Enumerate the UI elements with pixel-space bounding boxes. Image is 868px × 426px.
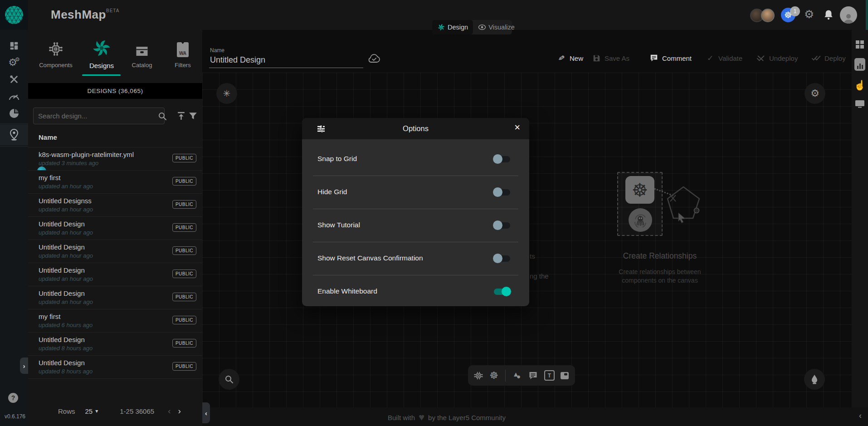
option-hide-grid: Hide Grid [302,176,529,209]
design-row[interactable]: my first updated an hour ago PUBLIC [28,170,202,193]
hide-grid-toggle[interactable] [494,189,510,196]
mode-visualize-button[interactable]: Visualize [473,20,520,34]
nav-dashboard-button[interactable] [0,37,28,54]
design-row[interactable]: Untitled Design updated 8 hours ago PUBL… [28,355,202,379]
rows-per-page-select[interactable]: 25 [85,407,93,415]
search-input[interactable] [33,108,165,124]
lamp-icon [810,374,819,384]
hand-pointer-icon: ☝ [854,80,866,90]
bar-chart-icon [854,58,865,71]
visibility-badge: PUBLIC [172,200,196,209]
design-row[interactable]: my first updated 6 hours ago PUBLIC [28,309,202,332]
deploy-button[interactable]: Deploy [812,54,846,63]
canvas-snowflake-button[interactable]: ✳ [216,83,237,104]
panel-collapse-handle[interactable]: ‹ [202,402,210,423]
rail-expand-handle[interactable]: › [20,357,28,374]
design-row[interactable]: Untitled Designss updated an hour ago PU… [28,193,202,216]
display-button[interactable] [855,100,865,108]
nav-performance-button[interactable] [0,88,28,105]
header-edge-accent [866,0,868,30]
search-icon [158,112,167,121]
import-design-button[interactable] [176,111,186,121]
profile-button[interactable] [840,6,857,24]
validate-button[interactable]: ✓ Validate [706,54,742,63]
avatar [37,166,46,170]
help-button[interactable]: ? [8,393,18,403]
comment-tool-button[interactable] [528,371,537,380]
undeploy-button[interactable]: Undeploy [756,54,798,63]
visibility-badge: PUBLIC [172,293,196,301]
meshery-spiral-icon [437,23,445,31]
zoom-button[interactable] [219,369,239,390]
shapes-button[interactable]: ▲ ● [512,370,522,381]
show-tutorial-toggle[interactable] [494,222,510,229]
layer5-logo[interactable] [0,0,28,30]
save-as-button[interactable]: Save As [592,54,629,63]
text-tool-button[interactable]: T [544,370,553,381]
tab-catalog[interactable]: Catalog [122,39,162,69]
design-row[interactable]: Untitled Design updated an hour ago PUBL… [28,263,202,286]
options-modal: Options × Snap to Grid Hide Grid Show Tu… [302,118,529,306]
add-component-button[interactable] [473,371,483,381]
tutorial-description: Create relationships between components … [604,268,716,285]
tab-label: Components [39,62,73,69]
collaborator-avatar-2[interactable] [761,9,775,22]
dashboard-icon [9,41,19,51]
gear-icon: ⚙ [804,8,814,20]
visibility-badge: PUBLIC [172,177,196,186]
settings-gear-button[interactable]: ⚙ [804,9,814,20]
tab-designs[interactable]: Designs [81,39,122,69]
design-row[interactable]: Untitled Design updated 8 hours ago PUBL… [28,332,202,355]
page-next-button[interactable]: › [178,406,180,416]
page-prev-button[interactable]: ‹ [168,406,171,416]
app-header: MeshMapBETA Design Visualize ☸ 1 ⚙ [0,0,868,30]
caret-down-icon[interactable]: ▾ [95,408,98,414]
eye-icon [478,24,486,30]
app-title: MeshMapBETA [51,8,119,22]
new-button[interactable]: ✎ New [557,54,583,63]
nav-configuration-button[interactable] [0,71,28,88]
analytics-button[interactable] [854,58,865,71]
components-grid-button[interactable] [855,40,864,49]
pagination-range: 1-25 36065 [120,407,154,415]
nav-meshmap-button[interactable] [0,126,28,143]
grid-icon [855,40,864,49]
text-icon: T [544,370,555,381]
kubernetes-toolbar-button[interactable]: ☸ [489,370,498,382]
close-icon[interactable]: × [514,122,520,132]
reset-confirmation-toggle[interactable] [494,255,510,262]
gears-icon: ⚙⚙ [8,57,20,68]
design-row[interactable]: Untitled Design updated an hour ago PUBL… [28,286,202,309]
nav-extensions-button[interactable] [0,105,28,122]
notifications-button[interactable] [824,9,834,20]
tab-filters[interactable]: WA Filters [162,39,203,69]
whiteboard-pen-button[interactable] [804,369,825,390]
clipped-text-fragment: ng the [530,272,549,280]
enable-whiteboard-toggle[interactable] [494,289,510,295]
footer-collapse-handle[interactable]: ‹ [859,411,862,421]
funnel-icon [188,111,198,121]
rows-label: Rows [58,407,75,415]
comment-button[interactable]: Comment [649,54,692,63]
media-tool-button[interactable] [560,372,569,380]
squid-icon [634,213,647,227]
visibility-badge: PUBLIC [172,316,196,324]
design-name-input[interactable] [209,54,363,68]
design-row[interactable]: Untitled Design updated an hour ago PUBL… [28,216,202,240]
pencil-icon: ✎ [556,53,566,63]
save-status-cloud-icon [367,54,381,64]
design-row[interactable]: Untitled Design updated an hour ago PUBL… [28,240,202,263]
kubernetes-context-count-badge: 1 [790,6,800,16]
snap-to-grid-toggle[interactable] [494,156,510,162]
filter-button[interactable] [188,111,198,121]
nav-lifecycle-button[interactable]: ⚙⚙ [0,54,28,71]
image-icon [560,372,569,380]
cursor-icon [678,212,688,223]
design-row[interactable]: k8s-wasm-plugin-ratelimiter.yml updated … [28,147,202,170]
canvas-settings-button[interactable]: ⚙ [805,83,825,104]
mode-design-button[interactable]: Design [432,20,473,34]
interaction-mode-button[interactable]: ☝ [854,80,866,91]
right-toolbar: ☝ [852,30,868,407]
tab-components[interactable]: Components [35,39,76,69]
option-enable-whiteboard: Enable Whiteboard [302,275,529,306]
